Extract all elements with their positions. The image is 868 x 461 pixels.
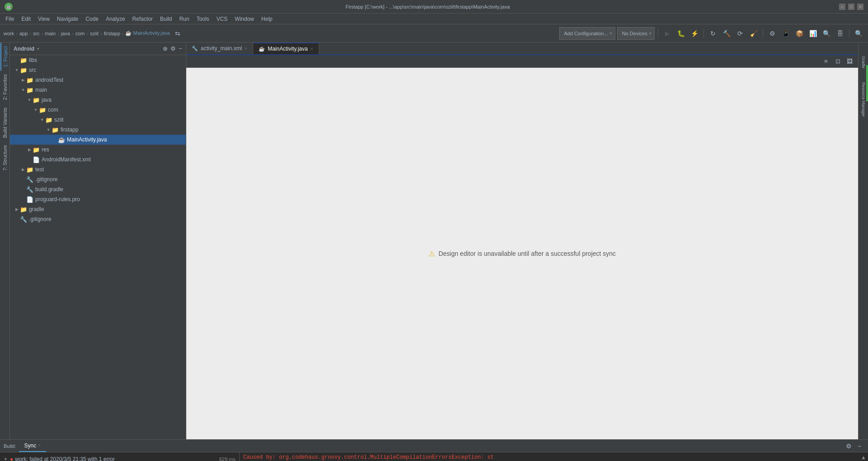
menu-window[interactable]: Window: [231, 15, 258, 23]
folder-icon: 📁: [33, 146, 40, 153]
minimize-button[interactable]: −: [839, 4, 845, 10]
menu-help[interactable]: Help: [258, 15, 276, 23]
view-design-button[interactable]: 🖼: [844, 56, 854, 66]
menu-vcs[interactable]: VCS: [213, 15, 231, 23]
menu-tools[interactable]: Tools: [193, 15, 213, 23]
toolbar: work › app › src › main › java › com › s…: [0, 24, 868, 42]
tree-item-main[interactable]: ▼ 📁 main: [10, 85, 186, 95]
breadcrumb: work › app › src › main › java › com › s…: [4, 30, 170, 36]
menu-analyze[interactable]: Analyze: [102, 15, 129, 23]
menu-refactor[interactable]: Refactor: [129, 15, 156, 23]
build-label: Build:: [4, 443, 16, 449]
avd-manager-button[interactable]: 📱: [780, 28, 792, 39]
scroll-to-top-button[interactable]: ▲: [861, 454, 866, 461]
java-file-icon: ☕: [58, 136, 65, 143]
menu-view[interactable]: View: [34, 15, 53, 23]
breadcrumb-firstapp[interactable]: firstapp: [104, 31, 120, 36]
sync-button[interactable]: ↻: [707, 28, 719, 39]
tree-item-mainactivity[interactable]: ☕ MainActivity.java: [10, 135, 186, 145]
close-button[interactable]: ×: [857, 4, 863, 10]
no-devices-button[interactable]: No Devices ▾: [617, 27, 655, 40]
tab-activity-main-xml[interactable]: 🔧 activity_main.xml ×: [186, 42, 253, 54]
menu-navigate[interactable]: Navigate: [53, 15, 82, 23]
tab-mainactivity-java[interactable]: ☕ MainActivity.java ×: [253, 42, 319, 54]
tree-item-sziit[interactable]: ▼ 📁 sziit: [10, 115, 186, 125]
tab-close-mainactivity-java[interactable]: ×: [311, 47, 313, 52]
maximize-button[interactable]: □: [848, 4, 854, 10]
breadcrumb-work[interactable]: work: [4, 31, 14, 36]
search-everywhere-button[interactable]: 🔍: [853, 28, 864, 39]
build-item-work-failed[interactable]: ▼ ● work: failed at 2020/3/5 21:35 with …: [0, 454, 239, 461]
menu-build[interactable]: Build: [156, 15, 176, 23]
make-button[interactable]: 🔨: [721, 28, 732, 39]
breadcrumb-src[interactable]: src: [33, 31, 40, 36]
profile-button[interactable]: ⚡: [689, 28, 700, 39]
layout-inspector-button[interactable]: 🔍: [821, 28, 832, 39]
folder-icon: 📁: [26, 77, 33, 84]
editor-area: 🔧 activity_main.xml × ☕ MainActivity.jav…: [186, 42, 858, 439]
project-scope-button[interactable]: ⊕: [163, 45, 168, 52]
profiler-button[interactable]: 📊: [807, 28, 819, 39]
project-panel: Android ▾ ⊕ ⚙ − 📁 libs ▼ 📁 src: [10, 42, 186, 439]
run-config-button[interactable]: ⚙: [766, 28, 778, 39]
tree-item-src[interactable]: ▼ 📁 src: [10, 65, 186, 75]
tree-item-androidmanifest[interactable]: 📄 AndroidManifest.xml: [10, 155, 186, 165]
sidebar-item-favorites[interactable]: 2: Favorites: [1, 71, 9, 103]
view-split-button[interactable]: ⊡: [833, 56, 843, 66]
android-dropdown-arrow: ▾: [37, 47, 39, 51]
tree-item-com[interactable]: ▼ 📁 com: [10, 105, 186, 115]
view-code-button[interactable]: ≡: [821, 56, 831, 66]
breadcrumb-sziit[interactable]: sziit: [90, 31, 99, 36]
rebuild-button[interactable]: ⟳: [734, 28, 746, 39]
sidebar-item-structure[interactable]: 7: Structure: [1, 141, 9, 174]
tree-item-firstapp[interactable]: ▼ 📁 firstapp: [10, 125, 186, 135]
editor-view-toolbar: ≡ ⊡ 🖼: [186, 55, 858, 68]
folder-icon: 📁: [26, 87, 33, 94]
breadcrumb-app[interactable]: app: [19, 31, 28, 36]
breadcrumb-nav-button[interactable]: ⇆: [172, 28, 184, 39]
breadcrumb-mainactivity[interactable]: ☕ MainActivity.java: [125, 30, 170, 36]
db-inspector-button[interactable]: 🗄: [834, 28, 846, 39]
run-button[interactable]: ▶: [661, 28, 673, 39]
bottom-minimize-button[interactable]: −: [854, 441, 864, 451]
toolbar-separator-2: [703, 29, 704, 38]
tree-item-gitignore-root[interactable]: 🔧 .gitignore: [10, 214, 186, 224]
debug-button[interactable]: 🐛: [675, 28, 687, 39]
sidebar-item-project[interactable]: 1: Project: [0, 42, 9, 71]
no-devices-dropdown-arrow: ▾: [649, 31, 651, 36]
add-configuration-button[interactable]: Add Configuration... ▾: [559, 27, 615, 40]
tree-item-libs[interactable]: 📁 libs: [10, 55, 186, 65]
left-vertical-tabs: 1: Project 2: Favorites Build Variants 7…: [0, 42, 10, 439]
tree-item-proguard[interactable]: 📄 proguard-rules.pro: [10, 194, 186, 204]
tree-item-test[interactable]: ▶ 📁 test: [10, 165, 186, 174]
tree-item-java[interactable]: ▼ 📁 java: [10, 95, 186, 105]
bottom-content: ▼ ● work: failed at 2020/3/5 21:35 with …: [0, 452, 868, 461]
sdk-manager-button[interactable]: 📦: [793, 28, 805, 39]
menu-code[interactable]: Code: [82, 15, 102, 23]
project-close-button[interactable]: −: [179, 45, 182, 52]
tab-sync-close[interactable]: ×: [38, 443, 41, 448]
clean-button[interactable]: 🧹: [748, 28, 760, 39]
main-layout: 1: Project 2: Favorites Build Variants 7…: [0, 42, 868, 439]
breadcrumb-com[interactable]: com: [75, 31, 85, 36]
project-gear-button[interactable]: ⚙: [170, 45, 176, 52]
tree-item-res[interactable]: ▶ 📁 res: [10, 145, 186, 155]
gradle-indicator: [866, 65, 868, 101]
tree-item-gradle[interactable]: ▶ 📁 gradle: [10, 204, 186, 214]
tab-close-activity-main-xml[interactable]: ×: [245, 46, 247, 51]
tree-item-gitignore-app[interactable]: 🔧 .gitignore: [10, 174, 186, 184]
sync-warning: ⚠ Design editor is unavailable until aft…: [429, 249, 616, 258]
window-controls: − □ ×: [839, 4, 863, 10]
sidebar-item-build-variants[interactable]: Build Variants: [1, 104, 9, 141]
tree-item-androidtest[interactable]: ▶ 📁 androidTest: [10, 75, 186, 85]
menu-file[interactable]: File: [2, 15, 18, 23]
tree-item-build-gradle[interactable]: 🔧 build.gradle: [10, 184, 186, 194]
breadcrumb-main[interactable]: main: [45, 31, 56, 36]
breadcrumb-java[interactable]: java: [61, 31, 70, 36]
menu-edit[interactable]: Edit: [18, 15, 34, 23]
menu-bar: File Edit View Navigate Code Analyze Ref…: [0, 14, 868, 24]
folder-icon: 📁: [20, 206, 27, 213]
bottom-settings-button[interactable]: ⚙: [844, 441, 854, 451]
menu-run[interactable]: Run: [176, 15, 193, 23]
tab-sync[interactable]: Sync ×: [19, 440, 47, 452]
